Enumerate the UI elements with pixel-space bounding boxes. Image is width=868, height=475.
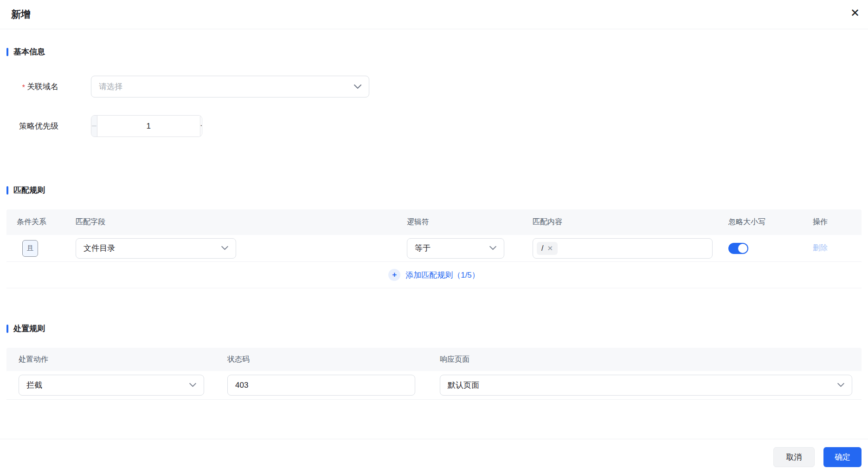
action-cell: 拦截 bbox=[6, 375, 215, 396]
field-cell: 文件目录 bbox=[65, 238, 397, 259]
col-header-relation: 条件关系 bbox=[6, 217, 65, 227]
domain-label-text: 关联域名 bbox=[27, 81, 58, 92]
required-asterisk: * bbox=[22, 84, 25, 92]
dialog-header: 新增 bbox=[0, 0, 868, 29]
domain-select[interactable]: 请选择 bbox=[91, 76, 369, 98]
col-header-field: 匹配字段 bbox=[65, 217, 397, 227]
add-match-rule-label: 添加匹配规则（1/5） bbox=[405, 270, 480, 280]
toggle-knob bbox=[738, 244, 747, 253]
col-header-operator: 逻辑符 bbox=[397, 217, 522, 227]
col-header-status-code: 状态码 bbox=[215, 355, 428, 364]
action-rules-table: 处置动作 状态码 响应页面 拦截 bbox=[6, 348, 862, 400]
confirm-button[interactable]: 确定 bbox=[823, 447, 862, 467]
plus-circle-icon: + bbox=[388, 269, 400, 281]
chevron-down-icon bbox=[489, 246, 496, 250]
chevron-down-icon bbox=[837, 383, 844, 387]
priority-input[interactable] bbox=[97, 116, 200, 137]
col-header-ignore-case: 忽略大小写 bbox=[718, 217, 803, 227]
col-header-content: 匹配内容 bbox=[522, 217, 718, 227]
stepper-plus-button[interactable]: + bbox=[200, 116, 202, 137]
chevron-down-icon bbox=[354, 85, 361, 89]
chevron-down-icon bbox=[189, 383, 196, 387]
col-header-operation: 操作 bbox=[803, 217, 862, 227]
action-select[interactable]: 拦截 bbox=[19, 375, 204, 396]
match-field-value: 文件目录 bbox=[84, 243, 115, 254]
section-action-rules: 处置规则 bbox=[6, 323, 862, 334]
priority-label: 策略优先级 bbox=[6, 121, 58, 131]
add-match-rule-button[interactable]: + 添加匹配规则（1/5） bbox=[6, 262, 862, 288]
content-tag-value: / bbox=[541, 244, 543, 253]
section-basic-info: 基本信息 bbox=[6, 46, 862, 57]
add-rule-dialog: 新增 ✕ 基本信息 * 关联域名 请选择 策略优先级 bbox=[0, 0, 868, 475]
ignore-case-toggle[interactable] bbox=[728, 243, 748, 254]
dialog-body: 基本信息 * 关联域名 请选择 策略优先级 − + bbox=[0, 29, 868, 400]
section-action-title: 处置规则 bbox=[13, 323, 45, 334]
section-accent-bar bbox=[6, 186, 8, 195]
section-accent-bar bbox=[6, 48, 8, 56]
content-tag: / ✕ bbox=[537, 242, 558, 255]
section-accent-bar bbox=[6, 325, 8, 333]
dialog-footer: 取消 确定 bbox=[0, 439, 868, 475]
section-match-rules: 匹配规则 bbox=[6, 185, 862, 195]
action-value: 拦截 bbox=[26, 380, 42, 390]
status-code-cell bbox=[215, 375, 428, 396]
match-field-select[interactable]: 文件目录 bbox=[76, 238, 236, 259]
form-row-domain: * 关联域名 请选择 bbox=[6, 76, 862, 98]
status-code-input[interactable] bbox=[227, 375, 415, 396]
match-content-input[interactable]: / ✕ bbox=[533, 238, 713, 259]
operator-value: 等于 bbox=[415, 243, 431, 254]
operator-cell: 等于 bbox=[397, 238, 522, 259]
form-row-priority: 策略优先级 − + bbox=[6, 115, 862, 137]
section-basic-title: 基本信息 bbox=[13, 46, 45, 57]
stepper-minus-button[interactable]: − bbox=[91, 116, 97, 137]
domain-label: * 关联域名 bbox=[6, 81, 58, 92]
ignore-case-cell bbox=[718, 243, 803, 254]
col-header-response-page: 响应页面 bbox=[428, 355, 862, 364]
priority-stepper: − + bbox=[91, 115, 202, 137]
dialog-title: 新增 bbox=[11, 8, 31, 21]
domain-select-placeholder: 请选择 bbox=[99, 81, 122, 92]
action-table-header: 处置动作 状态码 响应页面 bbox=[6, 348, 862, 371]
close-icon[interactable]: ✕ bbox=[847, 5, 863, 21]
cancel-button[interactable]: 取消 bbox=[773, 447, 815, 467]
response-page-cell: 默认页面 bbox=[428, 375, 862, 396]
operation-cell: 删除 bbox=[803, 243, 862, 253]
action-rule-row: 拦截 默认页面 bbox=[6, 371, 862, 400]
chevron-down-icon bbox=[221, 246, 228, 250]
response-page-select[interactable]: 默认页面 bbox=[440, 375, 852, 396]
match-table-header: 条件关系 匹配字段 逻辑符 匹配内容 忽略大小写 操作 bbox=[6, 209, 862, 235]
relation-and-badge[interactable]: 且 bbox=[22, 240, 38, 257]
response-page-value: 默认页面 bbox=[448, 380, 479, 390]
tag-close-icon[interactable]: ✕ bbox=[547, 245, 553, 252]
operator-select[interactable]: 等于 bbox=[407, 238, 504, 259]
match-rules-table: 条件关系 匹配字段 逻辑符 匹配内容 忽略大小写 操作 且 文件目录 bbox=[6, 209, 862, 288]
match-rule-row: 且 文件目录 等于 bbox=[6, 235, 862, 262]
content-cell: / ✕ bbox=[522, 238, 718, 259]
delete-rule-link[interactable]: 删除 bbox=[813, 243, 828, 253]
col-header-action: 处置动作 bbox=[6, 355, 215, 364]
priority-label-text: 策略优先级 bbox=[19, 121, 58, 131]
relation-cell: 且 bbox=[6, 240, 65, 257]
section-match-title: 匹配规则 bbox=[13, 185, 45, 195]
